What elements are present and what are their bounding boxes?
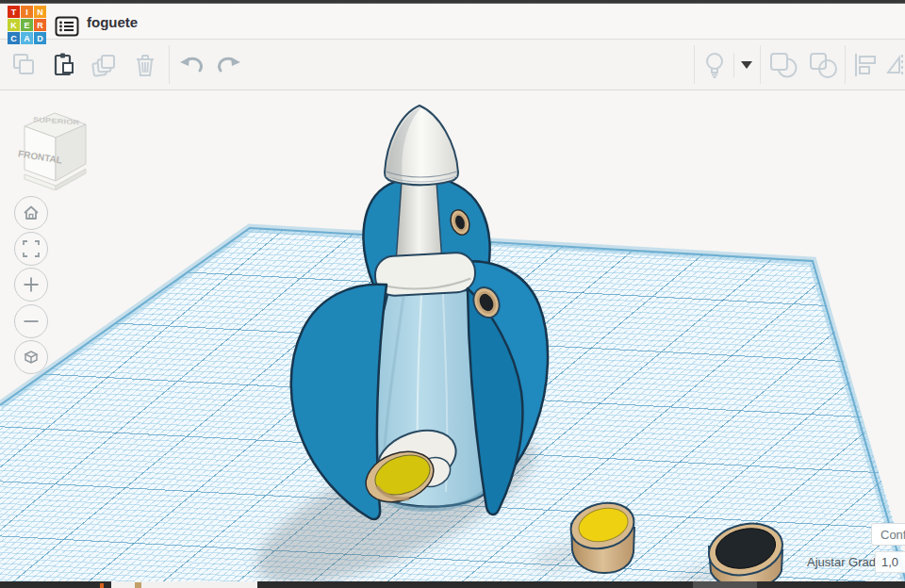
view-cube[interactable]: SUPERIOR FRONTAL — [13, 100, 98, 190]
bottom-strip-light-segment — [111, 581, 257, 588]
paste-button[interactable] — [44, 40, 84, 90]
design-title[interactable]: foguete — [87, 14, 138, 30]
toolbar-separator — [169, 45, 170, 84]
zoom-out-button[interactable] — [14, 304, 48, 338]
logo-cell: T — [8, 6, 20, 18]
logo-cell: A — [21, 32, 33, 44]
show-all-button[interactable] — [697, 40, 732, 90]
duplicate-icon — [91, 52, 118, 78]
group-icon — [768, 51, 798, 79]
toolbar-separator — [694, 45, 695, 84]
rocket-model[interactable] — [291, 106, 548, 519]
show-all-caret-button[interactable] — [734, 40, 759, 90]
cylinder-black[interactable] — [704, 516, 788, 588]
logo-cell: D — [34, 32, 46, 44]
bottom-strip-dot — [135, 582, 141, 588]
window-bottom-strip — [0, 581, 905, 588]
trash-icon — [132, 52, 158, 78]
duplicate-button[interactable] — [85, 40, 124, 90]
align-icon — [852, 53, 879, 77]
redo-icon — [215, 53, 243, 77]
home-icon — [23, 204, 40, 221]
snap-grid-value: 1,0 — [881, 555, 898, 569]
fit-view-icon — [23, 240, 40, 257]
perspective-cube-icon — [22, 348, 41, 367]
caret-down-icon — [741, 61, 752, 69]
bottom-strip-dot — [100, 583, 104, 588]
fit-view-button[interactable] — [14, 232, 48, 266]
scene-canvas[interactable] — [0, 90, 905, 588]
grid-config-button[interactable]: Config — [871, 523, 905, 546]
3d-viewport[interactable]: SUPERIOR FRONTAL — [0, 90, 905, 588]
undo-icon — [177, 53, 206, 77]
zoom-in-button[interactable] — [14, 268, 48, 302]
align-button[interactable] — [847, 40, 882, 90]
logo-cell: N — [34, 6, 46, 18]
mirror-icon — [886, 53, 905, 77]
toolbar-separator — [760, 45, 761, 84]
grid-config-label: Config — [880, 528, 905, 542]
undo-button[interactable] — [172, 40, 211, 90]
rocket-band[interactable] — [374, 252, 476, 296]
home-view-button[interactable] — [14, 196, 48, 230]
tinkercad-window: foguete T I N K E R C A D — [0, 0, 905, 588]
logo-cell: K — [8, 19, 20, 31]
logo-cell: E — [21, 19, 33, 31]
tinkercad-logo[interactable]: T I N K E R C A D — [8, 6, 46, 44]
delete-button[interactable] — [125, 40, 165, 90]
logo-cell: C — [8, 32, 20, 44]
design-menu-button[interactable] — [55, 16, 79, 37]
plus-icon — [23, 276, 40, 293]
lightbulb-icon — [701, 51, 728, 79]
snap-grid-dropdown[interactable]: 1,0 — [875, 551, 905, 573]
ungroup-icon — [808, 51, 838, 79]
paste-icon — [51, 52, 77, 78]
perspective-toggle-button[interactable] — [14, 340, 48, 374]
redo-button[interactable] — [209, 40, 249, 90]
copy-button[interactable] — [4, 40, 43, 90]
ungroup-button[interactable] — [803, 40, 842, 90]
snap-grid-label: Ajustar Grade — [807, 555, 882, 569]
group-button[interactable] — [764, 40, 802, 90]
minus-icon — [23, 313, 40, 330]
bottom-strip-gray-segment — [693, 581, 757, 588]
main-toolbar — [0, 40, 905, 90]
cylinder-yellow[interactable] — [566, 497, 638, 573]
mirror-button[interactable] — [883, 40, 905, 90]
rocket-neck[interactable] — [396, 181, 442, 262]
header-bar: foguete — [0, 4, 905, 40]
list-icon — [55, 16, 79, 37]
logo-cell: I — [21, 6, 33, 18]
toolbar-separator — [845, 45, 846, 84]
copy-icon — [10, 52, 37, 78]
logo-cell: R — [34, 19, 46, 31]
